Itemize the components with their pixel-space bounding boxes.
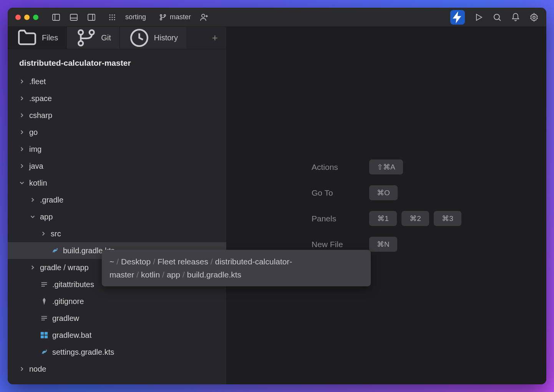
tree-root-label[interactable]: distributed-calculator-master [8,56,226,73]
tree-node-label: kotlin [29,179,47,188]
tree-node[interactable]: gradlew.bat [8,327,226,344]
svg-rect-38 [45,336,48,338]
hint-actions: Actions ⇧⌘A [312,159,461,174]
add-user-icon[interactable] [199,13,209,22]
branch-indicator[interactable]: master [159,13,191,21]
svg-point-12 [109,19,110,20]
svg-point-17 [160,18,162,20]
tree-node[interactable]: .fleet [8,73,226,90]
chevron-icon [29,264,36,271]
windows-icon [40,331,48,339]
hint-panels-key-3: ⌘3 [434,211,461,226]
diamond-icon [40,297,48,306]
svg-point-6 [109,14,110,15]
svg-line-23 [499,19,501,21]
tab-git-label: Git [101,33,111,42]
svg-rect-37 [41,336,44,338]
apps-grid-icon[interactable] [108,13,117,22]
hint-actions-key: ⇧⌘A [369,159,403,174]
svg-point-16 [164,14,166,16]
chevron-icon [18,163,25,169]
tab-history[interactable]: History [119,27,186,49]
tree-node-label: gradlew [52,314,79,323]
app-window: sorting master Files Git [8,8,546,384]
file-tree: distributed-calculator-master .fleet.spa… [8,49,226,384]
svg-point-7 [111,14,113,15]
svg-point-18 [202,14,205,17]
tree-node-label: node [29,365,46,374]
tab-files[interactable]: Files [8,27,66,49]
panel-left-icon[interactable] [51,13,61,22]
svg-point-26 [90,30,94,35]
content-area: Files Git History + distributed-calculat… [8,27,546,384]
tree-node-label: gradlew.bat [52,331,91,340]
tree-node[interactable]: src [8,225,226,242]
panel-right-icon[interactable] [87,13,96,22]
sidebar-tabs: Files Git History + [8,27,226,49]
svg-point-13 [111,19,113,20]
tree-node[interactable]: go [8,124,226,141]
settings-icon[interactable] [529,13,539,22]
tree-node[interactable]: .gitignore [8,293,226,310]
chevron-icon [29,196,36,203]
svg-point-15 [160,14,162,16]
hint-goto-label: Go To [312,188,350,198]
hint-actions-label: Actions [312,163,350,172]
hint-goto: Go To ⌘O [312,185,461,200]
chevron-icon [18,146,25,153]
tree-node[interactable]: kotlin [8,174,226,191]
smart-mode-button[interactable] [450,10,465,25]
tree-node[interactable]: gradlew [8,310,226,327]
svg-point-22 [494,14,499,20]
svg-point-8 [114,14,115,15]
tab-git[interactable]: Git [66,27,119,49]
minimize-window-button[interactable] [24,15,30,20]
tree-node-label: go [29,128,38,137]
tree-node-label: .fleet [29,77,46,86]
svg-rect-35 [41,332,44,335]
tree-node[interactable]: app [8,208,226,225]
svg-point-27 [79,41,83,46]
tree-node[interactable]: csharp [8,107,226,124]
svg-rect-36 [45,332,48,335]
tree-node-label: .gradle [40,196,63,204]
tree-node[interactable]: .gradle [8,191,226,208]
maximize-window-button[interactable] [33,15,38,20]
tab-files-label: Files [42,33,58,42]
close-window-button[interactable] [15,15,21,20]
tree-node-label: img [29,145,41,154]
hint-panels-key-2: ⌘2 [401,211,429,226]
run-icon[interactable] [474,13,483,22]
chevron-icon [29,213,36,220]
hint-goto-key: ⌘O [369,185,398,200]
svg-point-14 [114,19,115,20]
welcome-hints: Actions ⇧⌘A Go To ⌘O Panels ⌘1 ⌘2 ⌘3 N [312,159,461,252]
editor-area: Actions ⇧⌘A Go To ⌘O Panels ⌘1 ⌘2 ⌘3 N [227,27,546,384]
tree-node-label: csharp [29,111,52,120]
svg-point-24 [533,16,535,18]
tree-node[interactable]: .space [8,90,226,107]
panel-bottom-icon[interactable] [69,13,78,22]
svg-rect-4 [88,14,95,20]
svg-point-25 [79,30,83,35]
svg-rect-2 [70,14,77,20]
chevron-icon [18,112,25,119]
panel-toggle-group [51,13,96,22]
tree-node-label: src [51,229,61,238]
gradle-icon [51,246,59,255]
traffic-lights [15,15,38,20]
search-icon[interactable] [493,13,502,22]
add-tab-button[interactable]: + [212,32,218,44]
tree-node[interactable]: node [8,360,226,377]
text-icon [40,314,48,322]
tree-node[interactable]: java [8,158,226,174]
tree-node[interactable]: img [8,141,226,158]
chevron-icon [18,78,25,85]
titlebar: sorting master [8,8,546,27]
notifications-icon[interactable] [511,13,520,22]
chevron-icon [18,179,25,186]
file-path-tooltip: ~/Desktop/Fleet releases/distributed-cal… [102,250,371,286]
project-name[interactable]: sorting [125,13,146,21]
tree-node[interactable]: settings.gradle.kts [8,344,226,360]
svg-point-10 [111,17,113,18]
